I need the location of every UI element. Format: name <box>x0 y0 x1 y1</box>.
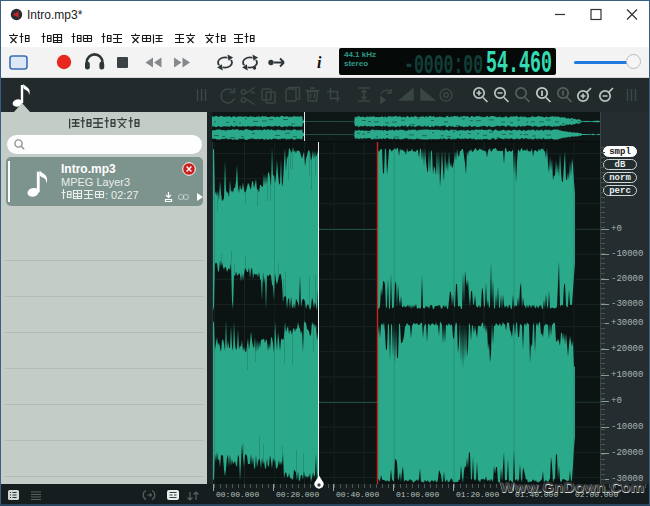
svg-text:i: i <box>317 54 322 71</box>
